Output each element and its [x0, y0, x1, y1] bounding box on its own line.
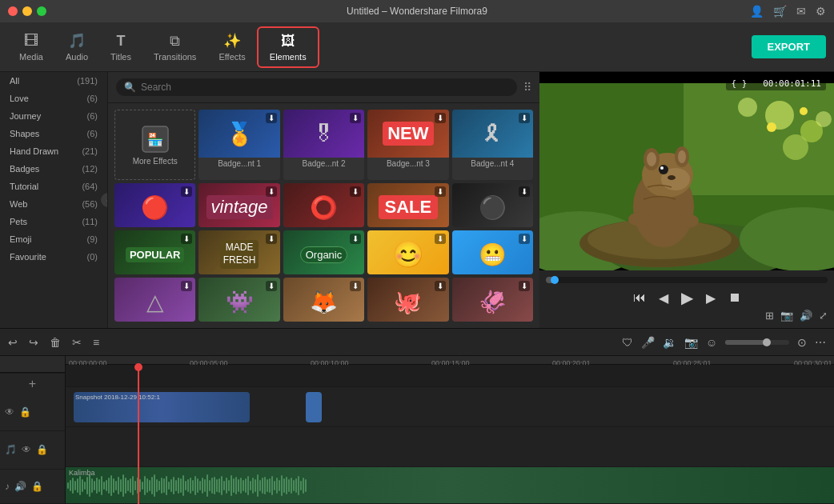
- screen-mode-button[interactable]: ⊞: [765, 310, 774, 322]
- audio-lock-icon[interactable]: 🔒: [31, 481, 43, 492]
- element-card-badge2[interactable]: 🎖 ⬇ Badge...nt 2: [283, 110, 364, 180]
- download-icon-row4d: ⬇: [435, 281, 446, 291]
- element-card-badge11[interactable]: MADEFRESH ⬇ Badge...nt 11: [198, 230, 279, 274]
- download-icon-emoji2: ⬇: [519, 234, 530, 244]
- video-clip[interactable]: Snapshot 2018-12-29 10:52:1: [74, 392, 250, 422]
- skip-back-button[interactable]: ⏮: [633, 290, 646, 305]
- list-button[interactable]: ≡: [93, 336, 99, 349]
- track2-lock-icon[interactable]: 🔒: [36, 444, 48, 455]
- element-card-badge6[interactable]: vintage ⬇ Badge...nt 6: [198, 183, 279, 227]
- element-card-emoji2[interactable]: 😬 ⬇ Eleme...moji 2: [452, 230, 533, 274]
- timeline-toolbar: ↩ ↪ 🗑 ✂ ≡ 🛡 🎤 🔉 📷 ☺ ⊙ ⋯: [0, 329, 834, 356]
- add-track-button[interactable]: +: [0, 373, 66, 394]
- time-display: { } 00:00:01:11: [726, 77, 826, 90]
- tab-media[interactable]: 🎞 Media: [8, 28, 54, 66]
- settings-icon[interactable]: ⚙: [816, 5, 826, 18]
- audio-button[interactable]: 🎤: [641, 336, 655, 349]
- mask-button[interactable]: 🛡: [622, 336, 633, 349]
- tab-transitions[interactable]: ⧉ Transitions: [142, 28, 207, 66]
- element-thumb-badge1: 🏅 ⬇: [198, 110, 279, 158]
- element-card-badge10[interactable]: POPULAR ⬇ Badge...nt 10: [114, 230, 195, 274]
- cut-button[interactable]: ✂: [72, 336, 82, 349]
- grid-view-icon[interactable]: ⠿: [523, 81, 531, 94]
- close-button[interactable]: [8, 6, 18, 16]
- audio-mute-icon[interactable]: 🔊: [14, 481, 26, 492]
- element-card-badge1[interactable]: 🏅 ⬇ Badge...nt 1: [198, 110, 279, 180]
- mail-icon[interactable]: ✉: [796, 5, 806, 18]
- stop-button[interactable]: ⏹: [728, 290, 741, 305]
- element-card-row4d[interactable]: 🐙 ⬇ Eleme...nt W: [367, 278, 448, 322]
- zoom-slider[interactable]: [725, 340, 789, 345]
- sidebar-item-pets[interactable]: Pets (11): [0, 213, 107, 230]
- audio-icon: 🎵: [68, 32, 86, 50]
- audio-clip-label: Kalimba: [69, 469, 95, 477]
- timeline-container: + 👁 🔒 🎵 👁 🔒 ♪ 🔊 🔒 00:00:00:0: [0, 356, 834, 504]
- fullscreen-button[interactable]: ⤢: [819, 310, 828, 322]
- element-card-badge9[interactable]: ⚫ ⬇ Badge...nt 9: [452, 183, 533, 227]
- play-button[interactable]: ▶: [681, 288, 693, 307]
- search-input-wrap[interactable]: 🔍: [116, 78, 517, 96]
- tab-elements[interactable]: 🖼 Elements: [257, 26, 319, 68]
- step-forward-button[interactable]: ▶: [706, 290, 716, 306]
- emotion-button[interactable]: ☺: [706, 336, 717, 349]
- element-card-badge4[interactable]: 🎗 ⬇ Badge...nt 4: [452, 110, 533, 180]
- track1-lock-icon[interactable]: 🔒: [19, 406, 31, 418]
- search-icon: 🔍: [124, 82, 136, 93]
- tab-audio[interactable]: 🎵 Audio: [54, 27, 99, 66]
- user-icon[interactable]: 👤: [750, 5, 764, 18]
- tab-effects[interactable]: ✨ Effects: [207, 27, 256, 66]
- sidebar-item-journey[interactable]: Journey (6): [0, 107, 107, 125]
- audio2-button[interactable]: 🔉: [663, 336, 676, 349]
- element-card-badge5[interactable]: 🔴 ⬇ Badge...nt 5: [114, 183, 195, 227]
- search-input[interactable]: [141, 82, 509, 93]
- minimize-button[interactable]: [22, 6, 32, 16]
- video-clip-small[interactable]: [306, 392, 322, 422]
- element-card-row4e[interactable]: 🦑 ⬇ Eleme...nt V: [452, 278, 533, 322]
- progress-bar[interactable]: [546, 277, 828, 283]
- undo-button[interactable]: ↩: [8, 336, 18, 349]
- track2-visibility-icon[interactable]: 👁: [22, 444, 31, 455]
- element-card-row4a[interactable]: △ ⬇ Eleme...nt X: [114, 278, 195, 322]
- audio-waveform: Kalimba: [66, 467, 834, 503]
- volume-button[interactable]: 🔊: [800, 310, 812, 322]
- element-card-emoji1[interactable]: 😊 ⬇ Eleme...moji 1: [367, 230, 448, 274]
- element-card-row4c[interactable]: 🦊 ⬇ Eleme...nt Z: [283, 278, 364, 322]
- element-card-badge3[interactable]: NEW ⬇ Badge...nt 3: [367, 110, 448, 180]
- sidebar-item-web[interactable]: Web (56): [0, 195, 107, 213]
- element-card-badge8[interactable]: SALE ⬇ Badge...nt 8: [367, 183, 448, 227]
- element-card-badge7[interactable]: ⭕ ⬇ Badge...nt 7: [283, 183, 364, 227]
- step-back-button[interactable]: ◀: [659, 290, 668, 306]
- maximize-button[interactable]: [37, 6, 46, 16]
- audio-type-icon: ♪: [5, 481, 10, 492]
- sidebar-item-all[interactable]: All (191): [0, 72, 107, 90]
- sidebar-item-tutorial[interactable]: Tutorial (64): [0, 178, 107, 195]
- camera-button[interactable]: 📷: [684, 336, 698, 349]
- playhead[interactable]: [138, 365, 139, 504]
- sidebar-item-handdrawn[interactable]: Hand Drawn (21): [0, 142, 107, 160]
- snapshot-button[interactable]: 📷: [780, 310, 793, 322]
- sidebar-item-badges[interactable]: Badges (12): [0, 160, 107, 178]
- left-panel: ‹ All (191) Love (6) Journey (6) Shapes …: [0, 72, 108, 328]
- tab-transitions-label: Transitions: [154, 52, 196, 62]
- cart-icon[interactable]: 🛒: [773, 5, 787, 18]
- redo-button[interactable]: ↪: [29, 336, 38, 349]
- track1-visibility-icon[interactable]: 👁: [5, 406, 14, 418]
- preview-controls: ⏮ ◀ ▶ ▶ ⏹ ⊞ 📷 🔊 ⤢: [539, 270, 834, 328]
- sidebar-item-love[interactable]: Love (6): [0, 90, 107, 107]
- more-effects-card[interactable]: 🏪 More Effects: [114, 110, 195, 180]
- export-button[interactable]: EXPORT: [752, 35, 826, 58]
- sidebar-item-emoji[interactable]: Emoji (9): [0, 230, 107, 248]
- timeline-ruler[interactable]: 00:00:00:00 00:00:05:00 00:00:10:00 00:0…: [66, 356, 834, 365]
- tab-titles[interactable]: T Titles: [99, 28, 142, 66]
- download-icon-badge12: ⬇: [350, 234, 361, 244]
- element-card-row4b[interactable]: 👾 ⬇ Eleme...nt Y: [198, 278, 279, 322]
- tab-effects-label: Effects: [219, 52, 245, 62]
- element-card-badge12[interactable]: Organic ⬇ Badge...nt 12: [283, 230, 364, 274]
- delete-button[interactable]: 🗑: [50, 336, 61, 349]
- sidebar-item-favourite[interactable]: Favourite (0): [0, 248, 107, 266]
- element-thumb-row4b: 👾 ⬇: [198, 278, 279, 322]
- zoom-fit-button[interactable]: ⊙: [797, 336, 807, 349]
- sidebar-item-shapes[interactable]: Shapes (6): [0, 125, 107, 142]
- more-button[interactable]: ⋯: [815, 336, 826, 349]
- download-icon-badge4: ⬇: [519, 113, 530, 123]
